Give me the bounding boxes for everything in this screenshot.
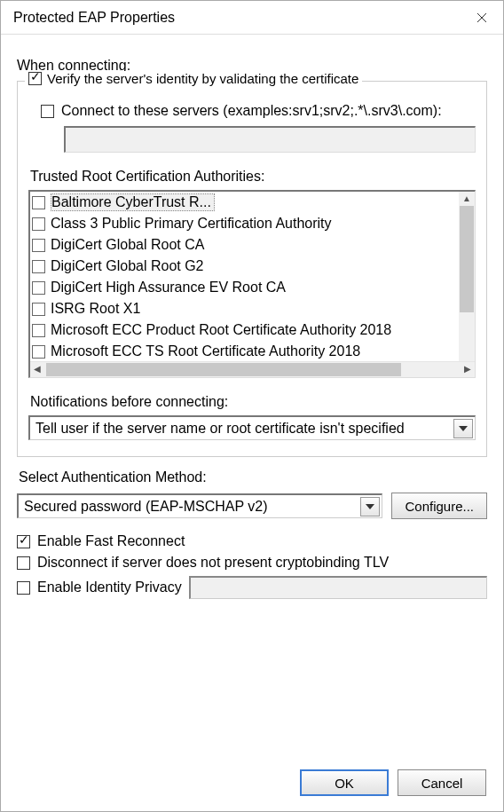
identity-privacy-label: Enable Identity Privacy	[37, 579, 182, 595]
dialog-footer: OK Cancel	[300, 769, 486, 796]
window-title: Protected EAP Properties	[13, 10, 175, 26]
trusted-roots-label: Trusted Root Certification Authorities:	[30, 169, 476, 185]
notifications-label: Notifications before connecting:	[30, 394, 476, 410]
list-item-label: DigiCert Global Root G2	[51, 258, 204, 274]
list-item-checkbox[interactable]	[32, 324, 45, 337]
list-item-label: Microsoft ECC TS Root Certificate Author…	[51, 343, 360, 359]
combo-dropdown-button[interactable]	[360, 497, 380, 516]
list-item-label: Class 3 Public Primary Certification Aut…	[51, 216, 332, 232]
list-item-checkbox[interactable]	[32, 303, 45, 316]
verify-identity-group: Verify the server's identity by validati…	[17, 81, 487, 457]
identity-privacy-input[interactable]	[189, 576, 487, 599]
ok-button[interactable]: OK	[300, 769, 389, 796]
auth-method-value: Secured password (EAP-MSCHAP v2)	[24, 499, 267, 515]
configure-button[interactable]: Configure...	[391, 493, 487, 519]
scroll-up-icon: ▲	[459, 193, 475, 203]
connect-servers-checkbox[interactable]	[41, 105, 54, 118]
auth-method-combo[interactable]: Secured password (EAP-MSCHAP v2)	[17, 493, 382, 518]
list-item-label: ISRG Root X1	[51, 301, 140, 317]
horizontal-scroll-thumb[interactable]	[46, 363, 401, 376]
list-item-checkbox[interactable]	[32, 239, 45, 252]
fast-reconnect-label: Enable Fast Reconnect	[37, 533, 185, 549]
list-item[interactable]: DigiCert High Assurance EV Root CA	[32, 277, 459, 298]
vertical-scroll-thumb[interactable]	[460, 206, 474, 312]
chevron-down-icon	[366, 504, 374, 509]
fast-reconnect-checkbox[interactable]	[17, 535, 30, 548]
list-item-checkbox[interactable]	[32, 345, 45, 359]
list-item-label: DigiCert High Assurance EV Root CA	[51, 280, 286, 296]
verify-identity-checkbox[interactable]	[28, 72, 42, 85]
list-item[interactable]: Baltimore CyberTrust R...	[32, 192, 459, 213]
notifications-value: Tell user if the server name or root cer…	[35, 421, 405, 437]
connect-servers-input[interactable]	[64, 126, 476, 153]
scroll-right-icon: ▶	[464, 364, 471, 374]
verify-identity-label: Verify the server's identity by validati…	[47, 71, 358, 86]
horizontal-scrollbar[interactable]: ◀ ▶	[30, 361, 475, 377]
cryptobinding-label: Disconnect if server does not present cr…	[37, 555, 389, 571]
close-icon	[476, 12, 487, 23]
title-bar: Protected EAP Properties	[1, 1, 503, 35]
trusted-roots-listbox[interactable]: Baltimore CyberTrust R...Class 3 Public …	[28, 190, 476, 378]
list-item[interactable]: Class 3 Public Primary Certification Aut…	[32, 213, 459, 234]
list-item[interactable]: Microsoft ECC TS Root Certificate Author…	[32, 341, 459, 361]
combo-dropdown-button[interactable]	[453, 419, 473, 438]
list-item[interactable]: Microsoft ECC Product Root Certificate A…	[32, 319, 459, 341]
list-item-checkbox[interactable]	[32, 196, 45, 209]
list-item[interactable]: DigiCert Global Root CA	[32, 234, 459, 256]
list-item-checkbox[interactable]	[32, 260, 45, 273]
list-item-label: Baltimore CyberTrust R...	[51, 193, 215, 211]
chevron-down-icon	[459, 426, 468, 431]
list-item-checkbox[interactable]	[32, 281, 45, 295]
identity-privacy-checkbox[interactable]	[17, 581, 30, 595]
vertical-scrollbar[interactable]: ▲	[459, 192, 475, 361]
notifications-combo[interactable]: Tell user if the server name or root cer…	[28, 415, 476, 440]
scroll-left-icon: ◀	[34, 364, 41, 374]
list-item[interactable]: DigiCert Global Root G2	[32, 256, 459, 277]
list-item-checkbox[interactable]	[32, 217, 45, 231]
auth-method-label: Select Authentication Method:	[19, 469, 487, 485]
list-item-label: DigiCert Global Root CA	[51, 237, 204, 253]
list-item[interactable]: ISRG Root X1	[32, 298, 459, 319]
connect-servers-label: Connect to these servers (examples:srv1;…	[61, 103, 442, 119]
cancel-button[interactable]: Cancel	[398, 769, 486, 796]
close-button[interactable]	[461, 1, 503, 35]
cryptobinding-checkbox[interactable]	[17, 556, 30, 570]
list-item-label: Microsoft ECC Product Root Certificate A…	[51, 322, 391, 338]
